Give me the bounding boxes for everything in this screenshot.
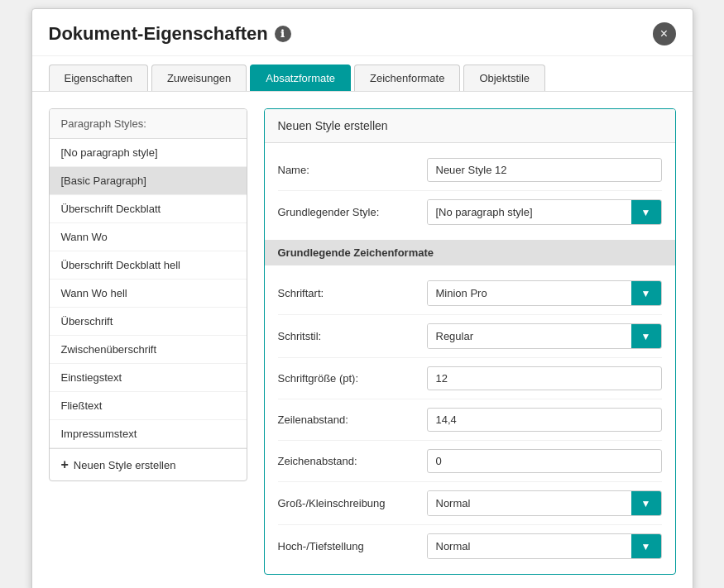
base-style-value: [No paragraph style] bbox=[428, 200, 631, 224]
section-header: Grundlegende Zeichenformate bbox=[265, 240, 675, 265]
name-label: Name: bbox=[278, 164, 427, 176]
base-style-control: [No paragraph style] ▼ bbox=[427, 199, 662, 225]
position-control: Normal ▼ bbox=[427, 533, 662, 559]
position-label: Hoch-/Tiefstellung bbox=[278, 540, 427, 552]
base-style-select[interactable]: [No paragraph style] ▼ bbox=[427, 199, 662, 225]
char-spacing-control bbox=[427, 449, 662, 473]
main-panel: Neuen Style erstellen Name: Grundlegende… bbox=[264, 108, 676, 575]
line-spacing-control bbox=[427, 408, 662, 432]
font-dropdown-btn[interactable]: ▼ bbox=[631, 281, 661, 305]
name-row: Name: bbox=[278, 150, 662, 191]
capitalization-value: Normal bbox=[428, 491, 631, 515]
close-button[interactable]: × bbox=[653, 22, 676, 45]
form-area: Name: Grundlegender Style: [No paragraph… bbox=[265, 143, 675, 240]
sidebar-item-uberschrift-deckblatt[interactable]: Überschrift Deckblatt bbox=[50, 195, 247, 223]
capitalization-select[interactable]: Normal ▼ bbox=[427, 490, 662, 516]
position-dropdown-btn[interactable]: ▼ bbox=[631, 534, 661, 558]
font-control: Minion Pro ▼ bbox=[427, 280, 662, 306]
sidebar: Paragraph Styles: [No paragraph style] [… bbox=[49, 108, 247, 481]
plus-icon: + bbox=[61, 457, 69, 472]
tab-eigenschaften[interactable]: Eigenschaften bbox=[49, 65, 148, 91]
char-spacing-label: Zeichenabstand: bbox=[278, 455, 427, 467]
style-select[interactable]: Regular ▼ bbox=[427, 323, 662, 349]
chevron-down-icon: ▼ bbox=[641, 541, 651, 552]
add-style-button[interactable]: + Neuen Style erstellen bbox=[50, 448, 247, 480]
sidebar-item-fliestext[interactable]: Fließtext bbox=[50, 392, 247, 420]
dialog-body: Paragraph Styles: [No paragraph style] [… bbox=[32, 92, 693, 588]
sidebar-item-uberschrift[interactable]: Überschrift bbox=[50, 308, 247, 336]
tab-zeichenformate[interactable]: Zeichenformate bbox=[354, 65, 460, 91]
capitalization-row: Groß-/Kleinschreibung Normal ▼ bbox=[278, 482, 662, 525]
tab-objektstile[interactable]: Objektstile bbox=[463, 65, 545, 91]
style-control: Regular ▼ bbox=[427, 323, 662, 349]
info-icon[interactable]: ℹ bbox=[275, 26, 291, 42]
size-label: Schriftgröße (pt): bbox=[278, 372, 427, 385]
size-input[interactable] bbox=[427, 366, 662, 390]
sidebar-item-basic-paragraph[interactable]: [Basic Paragraph] bbox=[50, 167, 247, 195]
size-row: Schriftgröße (pt): bbox=[278, 358, 662, 399]
font-value: Minion Pro bbox=[428, 281, 631, 305]
form-area-2: Schriftart: Minion Pro ▼ Schritstil: bbox=[265, 265, 675, 574]
sidebar-item-no-paragraph[interactable]: [No paragraph style] bbox=[50, 139, 247, 167]
position-value: Normal bbox=[428, 534, 631, 558]
name-control bbox=[427, 158, 662, 182]
size-control bbox=[427, 366, 662, 390]
chevron-down-icon: ▼ bbox=[641, 288, 651, 299]
char-spacing-input[interactable] bbox=[427, 449, 662, 473]
capitalization-dropdown-btn[interactable]: ▼ bbox=[631, 491, 661, 515]
dialog-header: Dokument-Eigenschaften ℹ × bbox=[32, 9, 693, 56]
panel-header: Neuen Style erstellen bbox=[265, 109, 675, 143]
position-select[interactable]: Normal ▼ bbox=[427, 533, 662, 559]
line-spacing-row: Zeilenabstand: bbox=[278, 399, 662, 441]
font-row: Schriftart: Minion Pro ▼ bbox=[278, 272, 662, 315]
line-spacing-input[interactable] bbox=[427, 408, 662, 432]
tab-zuweisungen[interactable]: Zuweisungen bbox=[151, 65, 247, 91]
add-style-label: Neuen Style erstellen bbox=[74, 459, 176, 471]
sidebar-item-uberschrift-deckblatt-hell[interactable]: Überschrift Deckblatt hell bbox=[50, 251, 247, 280]
capitalization-control: Normal ▼ bbox=[427, 490, 662, 516]
style-label: Schritstil: bbox=[278, 330, 427, 342]
tab-absatzformate[interactable]: Absatzformate bbox=[250, 65, 351, 91]
name-input[interactable] bbox=[427, 158, 662, 182]
dialog-title: Dokument-Eigenschaften ℹ bbox=[49, 23, 291, 45]
base-style-row: Grundlegender Style: [No paragraph style… bbox=[278, 191, 662, 233]
char-spacing-row: Zeichenabstand: bbox=[278, 441, 662, 482]
chevron-down-icon: ▼ bbox=[641, 498, 651, 509]
line-spacing-label: Zeilenabstand: bbox=[278, 414, 427, 426]
style-dropdown-btn[interactable]: ▼ bbox=[631, 324, 661, 348]
font-select[interactable]: Minion Pro ▼ bbox=[427, 280, 662, 306]
style-value: Regular bbox=[428, 324, 631, 348]
chevron-down-icon: ▼ bbox=[641, 331, 651, 342]
sidebar-item-wann-wo-hell[interactable]: Wann Wo hell bbox=[50, 280, 247, 308]
base-style-label: Grundlegender Style: bbox=[278, 206, 427, 218]
sidebar-item-wann-wo[interactable]: Wann Wo bbox=[50, 223, 247, 251]
sidebar-item-impressumstext[interactable]: Impressumstext bbox=[50, 420, 247, 448]
style-row: Schritstil: Regular ▼ bbox=[278, 315, 662, 358]
sidebar-item-einstiegstext[interactable]: Einstiegstext bbox=[50, 364, 247, 392]
sidebar-item-zwischenueberschrift[interactable]: Zwischenüberschrift bbox=[50, 336, 247, 364]
sidebar-header: Paragraph Styles: bbox=[50, 109, 247, 139]
base-style-dropdown-btn[interactable]: ▼ bbox=[631, 200, 661, 224]
tab-bar: Eigenschaften Zuweisungen Absatzformate … bbox=[32, 56, 693, 92]
capitalization-label: Groß-/Kleinschreibung bbox=[278, 497, 427, 509]
title-text: Dokument-Eigenschaften bbox=[49, 23, 268, 45]
font-label: Schriftart: bbox=[278, 287, 427, 299]
chevron-down-icon: ▼ bbox=[641, 207, 651, 218]
position-row: Hoch-/Tiefstellung Normal ▼ bbox=[278, 525, 662, 567]
